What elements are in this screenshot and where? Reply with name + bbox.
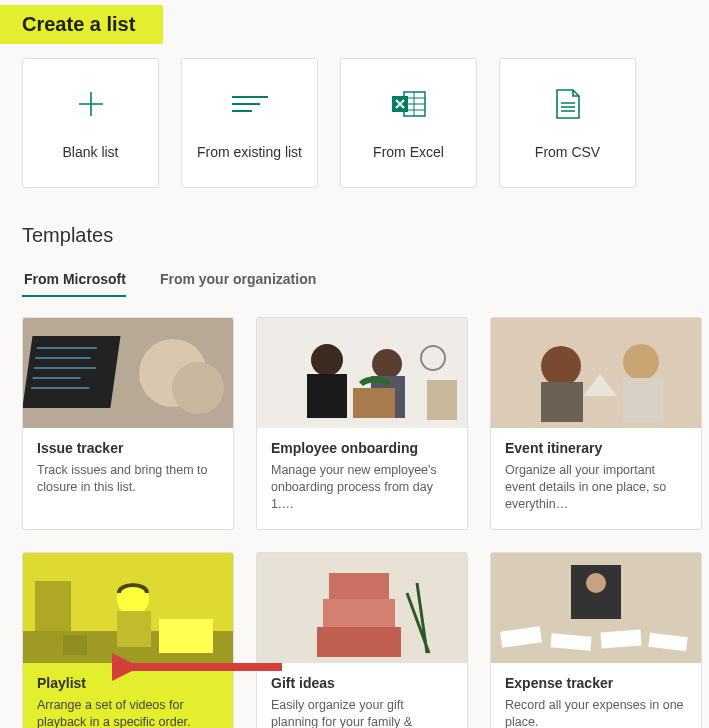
template-playlist[interactable]: Playlist Arrange a set of videos for pla… <box>22 552 234 728</box>
templates-tabs: From Microsoft From your organization <box>22 271 709 297</box>
template-desc: Record all your expenses in one place. <box>505 697 687 728</box>
template-desc: Arrange a set of videos for playback in … <box>37 697 219 728</box>
template-name: Expense tracker <box>505 675 687 691</box>
svg-rect-13 <box>427 380 457 420</box>
template-desc: Easily organize your gift planning for y… <box>271 697 453 728</box>
svg-point-5 <box>172 362 224 414</box>
template-image <box>257 318 467 428</box>
tab-from-organization[interactable]: From your organization <box>158 271 316 297</box>
svg-rect-35 <box>600 629 641 648</box>
svg-rect-8 <box>307 374 347 418</box>
tab-from-microsoft[interactable]: From Microsoft <box>22 271 126 297</box>
plus-icon <box>76 86 106 122</box>
create-card-label: From CSV <box>535 144 600 160</box>
templates-grid: Issue tracker Track issues and bring the… <box>22 317 709 728</box>
svg-point-7 <box>311 344 343 376</box>
svg-point-17 <box>623 344 659 380</box>
template-event-itinerary[interactable]: Event itinerary Organize all your import… <box>490 317 702 530</box>
svg-rect-29 <box>317 627 401 657</box>
templates-section: Templates From Microsoft From your organ… <box>0 188 709 728</box>
template-name: Playlist <box>37 675 219 691</box>
template-body: Gift ideas Easily organize your gift pla… <box>257 663 467 728</box>
svg-rect-21 <box>35 581 71 631</box>
create-card-label: Blank list <box>62 144 118 160</box>
template-expense-tracker[interactable]: Expense tracker Record all your expenses… <box>490 552 702 728</box>
template-employee-onboarding[interactable]: Employee onboarding Manage your new empl… <box>256 317 468 530</box>
template-name: Gift ideas <box>271 675 453 691</box>
create-card-label: From existing list <box>197 144 302 160</box>
svg-rect-3 <box>23 336 120 408</box>
svg-point-32 <box>586 573 606 593</box>
excel-icon <box>392 86 426 122</box>
svg-rect-11 <box>353 388 395 418</box>
template-image <box>491 318 701 428</box>
list-icon <box>232 86 268 122</box>
template-issue-tracker[interactable]: Issue tracker Track issues and bring the… <box>22 317 234 530</box>
svg-rect-24 <box>159 619 213 653</box>
page-title: Create a list <box>0 5 163 44</box>
template-name: Employee onboarding <box>271 440 453 456</box>
svg-rect-16 <box>541 382 583 422</box>
template-gift-ideas[interactable]: Gift ideas Easily organize your gift pla… <box>256 552 468 728</box>
template-body: Event itinerary Organize all your import… <box>491 428 701 529</box>
svg-point-9 <box>372 349 402 379</box>
template-body: Playlist Arrange a set of videos for pla… <box>23 663 233 728</box>
create-from-excel[interactable]: From Excel <box>340 58 477 188</box>
svg-rect-27 <box>329 573 389 601</box>
svg-rect-18 <box>623 378 663 422</box>
svg-rect-28 <box>323 599 395 629</box>
create-from-existing-list[interactable]: From existing list <box>181 58 318 188</box>
csv-icon <box>555 86 581 122</box>
template-desc: Organize all your important event detail… <box>505 462 687 513</box>
template-image <box>23 318 233 428</box>
svg-rect-25 <box>63 635 87 655</box>
create-from-row: Blank list From existing list From Excel <box>0 58 709 188</box>
template-body: Issue tracker Track issues and bring the… <box>23 428 233 512</box>
template-image <box>491 553 701 663</box>
template-name: Issue tracker <box>37 440 219 456</box>
template-desc: Manage your new employee's onboarding pr… <box>271 462 453 513</box>
template-body: Expense tracker Record all your expenses… <box>491 663 701 728</box>
template-body: Employee onboarding Manage your new empl… <box>257 428 467 529</box>
create-blank-list[interactable]: Blank list <box>22 58 159 188</box>
create-from-csv[interactable]: From CSV <box>499 58 636 188</box>
svg-rect-14 <box>491 318 702 428</box>
svg-point-15 <box>541 346 581 386</box>
template-name: Event itinerary <box>505 440 687 456</box>
svg-rect-23 <box>117 611 151 647</box>
create-list-page: Create a list Blank list From existing l… <box>0 0 709 728</box>
template-desc: Track issues and bring them to closure i… <box>37 462 219 496</box>
template-image <box>23 553 233 663</box>
templates-heading: Templates <box>22 224 709 247</box>
create-card-label: From Excel <box>373 144 444 160</box>
template-image <box>257 553 467 663</box>
